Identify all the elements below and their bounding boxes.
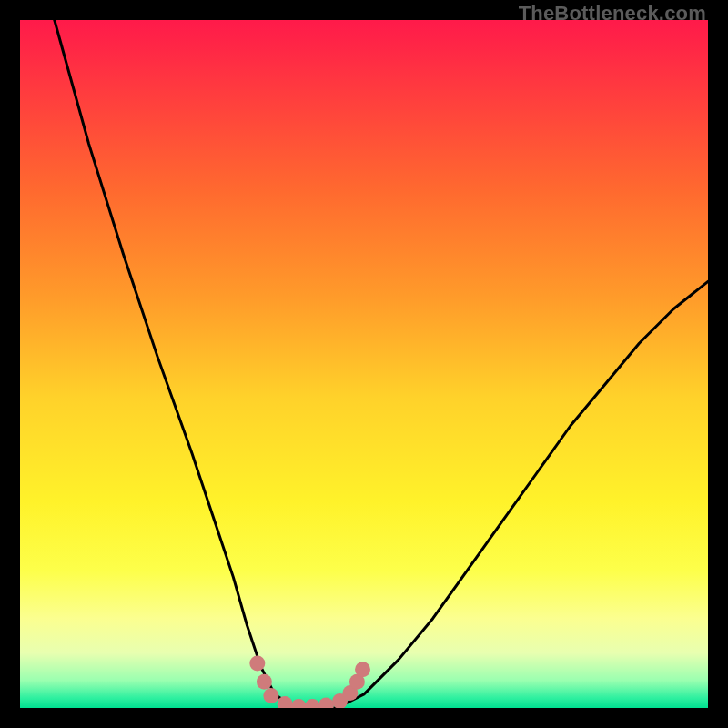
chart-frame xyxy=(20,20,708,708)
background-gradient xyxy=(20,20,708,708)
svg-rect-0 xyxy=(20,20,708,708)
watermark-text: TheBottleneck.com xyxy=(519,2,706,25)
